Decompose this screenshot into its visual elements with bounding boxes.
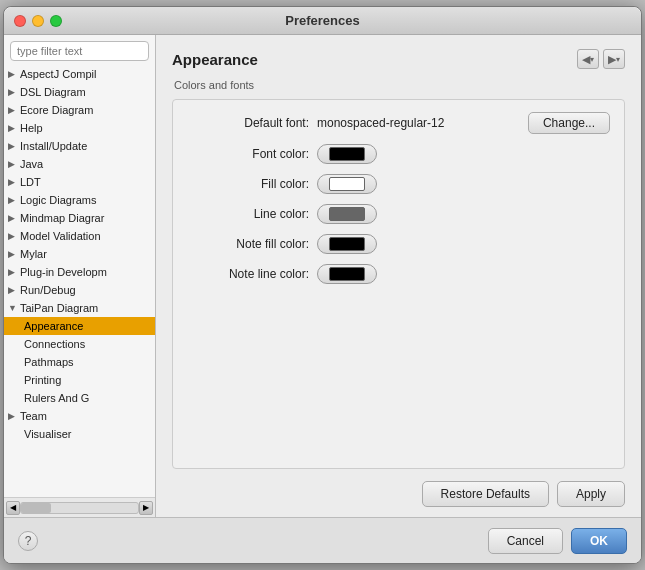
section-label: Colors and fonts [172, 79, 625, 91]
default-font-value: monospaced-regular-12 [317, 116, 528, 130]
sidebar-item-ldt[interactable]: ▶ LDT [4, 173, 155, 191]
chevron-icon: ▶ [8, 267, 18, 277]
window-title: Preferences [285, 13, 359, 28]
sidebar-item-run-debug[interactable]: ▶ Run/Debug [4, 281, 155, 299]
sidebar-item-label: DSL Diagram [20, 86, 86, 98]
sidebar-scrollbar[interactable]: ◀ ▶ [4, 497, 155, 517]
sidebar-item-team[interactable]: ▶ Team [4, 407, 155, 425]
default-font-row: Default font: monospaced-regular-12 Chan… [187, 112, 610, 134]
note-line-color-inner [329, 267, 365, 281]
search-input[interactable] [10, 41, 149, 61]
page-title: Appearance [172, 51, 258, 68]
sidebar-item-label: Install/Update [20, 140, 87, 152]
sidebar-item-logic[interactable]: ▶ Logic Diagrams [4, 191, 155, 209]
chevron-icon: ▶ [8, 123, 18, 133]
default-font-label: Default font: [187, 116, 317, 130]
scroll-track-horizontal[interactable] [20, 502, 139, 514]
sidebar-item-label: Help [20, 122, 43, 134]
sidebar: ▶ AspectJ Compil ▶ DSL Diagram ▶ Ecore D… [4, 35, 156, 517]
sidebar-item-java[interactable]: ▶ Java [4, 155, 155, 173]
sidebar-item-label: Plug-in Developm [20, 266, 107, 278]
sidebar-item-label: Mindmap Diagrar [20, 212, 104, 224]
change-font-button[interactable]: Change... [528, 112, 610, 134]
chevron-icon: ▼ [8, 303, 18, 313]
sidebar-item-appearance[interactable]: Appearance [4, 317, 155, 335]
main-panel: Appearance ◀ ▾ ▶ ▾ Colors and fonts Defa [156, 35, 641, 517]
note-fill-color-label: Note fill color: [187, 237, 317, 251]
note-line-color-label: Note line color: [187, 267, 317, 281]
fill-color-label: Fill color: [187, 177, 317, 191]
dropdown-icon: ▾ [590, 55, 594, 64]
scroll-right-button[interactable]: ▶ [139, 501, 153, 515]
sidebar-item-aspectj[interactable]: ▶ AspectJ Compil [4, 65, 155, 83]
sidebar-item-connections[interactable]: Connections [4, 335, 155, 353]
restore-defaults-button[interactable]: Restore Defaults [422, 481, 549, 507]
sidebar-item-help[interactable]: ▶ Help [4, 119, 155, 137]
help-icon: ? [25, 534, 32, 548]
sidebar-item-label: Mylar [20, 248, 47, 260]
scroll-left-button[interactable]: ◀ [6, 501, 20, 515]
arrow-forward-icon: ▶ [608, 53, 616, 66]
sidebar-item-label: Java [20, 158, 43, 170]
sidebar-item-pathmaps[interactable]: Pathmaps [4, 353, 155, 371]
note-line-color-swatch[interactable] [317, 264, 377, 284]
chevron-icon: ▶ [8, 231, 18, 241]
sidebar-item-taipan[interactable]: ▼ TaiPan Diagram [4, 299, 155, 317]
dropdown-icon: ▾ [616, 55, 620, 64]
maximize-button[interactable] [50, 15, 62, 27]
minimize-button[interactable] [32, 15, 44, 27]
chevron-icon: ▶ [8, 249, 18, 259]
preferences-window: Preferences ▶ AspectJ Compil ▶ DSL Diagr… [3, 6, 642, 564]
sidebar-item-dsl[interactable]: ▶ DSL Diagram [4, 83, 155, 101]
scroll-thumb-horizontal[interactable] [21, 503, 51, 513]
ok-button[interactable]: OK [571, 528, 627, 554]
sidebar-item-label: Pathmaps [24, 356, 74, 368]
sidebar-item-label: AspectJ Compil [20, 68, 96, 80]
cancel-button[interactable]: Cancel [488, 528, 563, 554]
line-color-label: Line color: [187, 207, 317, 221]
sidebar-item-model-validation[interactable]: ▶ Model Validation [4, 227, 155, 245]
sidebar-item-label: Appearance [24, 320, 83, 332]
sidebar-item-label: Connections [24, 338, 85, 350]
sidebar-item-ecore[interactable]: ▶ Ecore Diagram [4, 101, 155, 119]
tree-area: ▶ AspectJ Compil ▶ DSL Diagram ▶ Ecore D… [4, 65, 155, 497]
chevron-icon: ▶ [8, 105, 18, 115]
titlebar: Preferences [4, 7, 641, 35]
fill-color-swatch[interactable] [317, 174, 377, 194]
chevron-icon: ▶ [8, 411, 18, 421]
chevron-icon: ▶ [8, 141, 18, 151]
nav-back-button[interactable]: ◀ ▾ [577, 49, 599, 69]
window-bottom: ? Cancel OK [4, 517, 641, 563]
close-button[interactable] [14, 15, 26, 27]
sidebar-item-mylar[interactable]: ▶ Mylar [4, 245, 155, 263]
sidebar-item-label: Ecore Diagram [20, 104, 93, 116]
font-color-label: Font color: [187, 147, 317, 161]
sidebar-item-visualiser[interactable]: Visualiser [4, 425, 155, 443]
fill-color-inner [329, 177, 365, 191]
note-line-color-row: Note line color: [187, 264, 610, 284]
apply-button[interactable]: Apply [557, 481, 625, 507]
font-color-row: Font color: [187, 144, 610, 164]
sidebar-item-label: Logic Diagrams [20, 194, 96, 206]
sidebar-item-rulers[interactable]: Rulers And G [4, 389, 155, 407]
sidebar-item-printing[interactable]: Printing [4, 371, 155, 389]
chevron-icon: ▶ [8, 285, 18, 295]
sidebar-item-mindmap[interactable]: ▶ Mindmap Diagrar [4, 209, 155, 227]
sidebar-item-label: Model Validation [20, 230, 101, 242]
chevron-icon: ▶ [8, 177, 18, 187]
form-area: Default font: monospaced-regular-12 Chan… [172, 99, 625, 469]
sidebar-item-label: Team [20, 410, 47, 422]
sidebar-item-plugin[interactable]: ▶ Plug-in Developm [4, 263, 155, 281]
font-color-swatch[interactable] [317, 144, 377, 164]
note-fill-color-swatch[interactable] [317, 234, 377, 254]
nav-arrows: ◀ ▾ ▶ ▾ [577, 49, 625, 69]
font-color-inner [329, 147, 365, 161]
bottom-right-buttons: Cancel OK [488, 528, 627, 554]
nav-forward-button[interactable]: ▶ ▾ [603, 49, 625, 69]
sidebar-item-label: LDT [20, 176, 41, 188]
line-color-inner [329, 207, 365, 221]
sidebar-item-install[interactable]: ▶ Install/Update [4, 137, 155, 155]
line-color-swatch[interactable] [317, 204, 377, 224]
sidebar-item-label: Visualiser [24, 428, 72, 440]
help-button[interactable]: ? [18, 531, 38, 551]
